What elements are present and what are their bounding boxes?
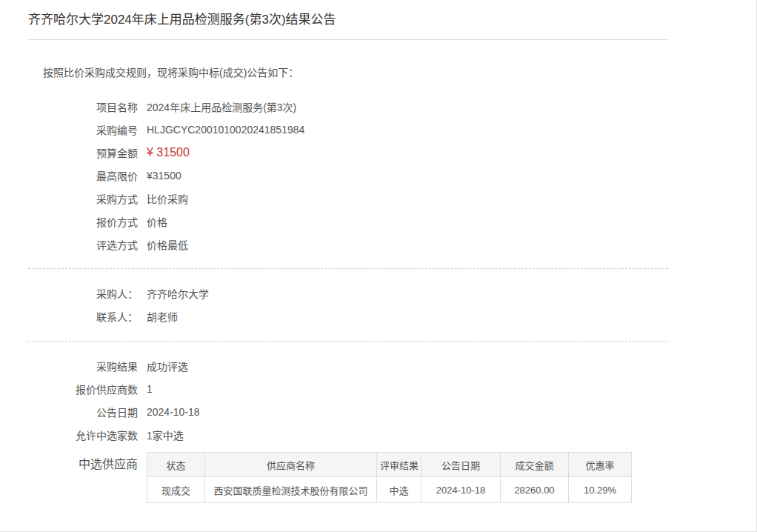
supplier-count-row: 报价供应商数 1 (28, 377, 668, 400)
purchaser-section: 采购人： 齐齐哈尔大学 联系人： 胡老师 (28, 282, 668, 327)
quote-method-row: 报价方式 价格 (28, 210, 668, 233)
announce-date-label: 公告日期 (28, 405, 138, 419)
winner-table-header-row: 状态 供应商名称 评审结果 公告日期 成交金额 优惠率 (147, 453, 632, 477)
contact-person-value: 胡老师 (147, 309, 178, 324)
cell-announce-date: 2024-10-18 (421, 477, 501, 503)
col-review-result: 评审结果 (377, 453, 421, 477)
allowed-winner-count-row: 允许中选家数 1家中选 (28, 423, 668, 446)
purchaser-label: 采购人： (28, 286, 138, 301)
title-divider (28, 39, 668, 40)
intro-text: 按照比价采购成交规则，现将采购中标(成交)公告如下： (28, 65, 668, 80)
evaluation-method-value: 价格最低 (147, 237, 188, 252)
cell-supplier-name: 西安国联质量检测技术股份有限公司 (205, 477, 377, 503)
evaluation-method-label: 评选方式 (28, 237, 138, 252)
announce-date-value: 2024-10-18 (147, 406, 200, 418)
cell-status: 现成交 (147, 477, 205, 503)
result-section: 采购结果 成功评选 报价供应商数 1 公告日期 2024-10-18 允许中选家… (28, 354, 668, 446)
cell-review-result: 中选 (377, 477, 421, 503)
col-status: 状态 (147, 453, 205, 477)
cell-deal-amount: 28260.00 (501, 477, 569, 503)
procurement-result-value: 成功评选 (147, 359, 188, 373)
col-announce-date: 公告日期 (421, 453, 501, 477)
col-discount-rate: 优惠率 (569, 453, 632, 477)
allowed-winner-count-value: 1家中选 (147, 428, 184, 442)
winner-supplier-table: 状态 供应商名称 评审结果 公告日期 成交金额 优惠率 现成交 西安国联质量检测… (147, 452, 632, 503)
procurement-number-label: 采购编号 (28, 122, 138, 137)
budget-amount-value: ¥ 31500 (147, 146, 190, 159)
budget-amount-label: 预算金额 (28, 145, 138, 160)
col-supplier-name: 供应商名称 (205, 453, 377, 477)
max-price-value: ¥31500 (147, 170, 181, 182)
budget-amount-row: 预算金额 ¥ 31500 (28, 141, 668, 164)
max-price-row: 最高限价 ¥31500 (28, 164, 668, 187)
col-deal-amount: 成交金额 (501, 453, 569, 477)
purchaser-value: 齐齐哈尔大学 (147, 286, 209, 301)
winner-table-data-row: 现成交 西安国联质量检测技术股份有限公司 中选 2024-10-18 28260… (147, 477, 632, 503)
section-divider-dashed (28, 341, 668, 342)
procurement-result-row: 采购结果 成功评选 (28, 354, 668, 377)
cell-discount-rate: 10.29% (569, 477, 632, 503)
contact-person-row: 联系人： 胡老师 (28, 305, 668, 327)
project-info-section: 项目名称 2024年床上用品检测服务(第3次) 采购编号 HLJGCYC2001… (28, 95, 668, 256)
quote-method-label: 报价方式 (28, 214, 138, 229)
winner-supplier-section: 中选供应商 状态 供应商名称 评审结果 公告日期 成交金额 (28, 452, 668, 503)
evaluation-method-row: 评选方式 价格最低 (28, 233, 668, 256)
page-title: 齐齐哈尔大学2024年床上用品检测服务(第3次)结果公告 (28, 13, 668, 27)
page-viewport: 齐齐哈尔大学2024年床上用品检测服务(第3次)结果公告 按照比价采购成交规则，… (0, 0, 757, 532)
announcement-content: 齐齐哈尔大学2024年床上用品检测服务(第3次)结果公告 按照比价采购成交规则，… (28, 0, 668, 503)
supplier-count-value: 1 (147, 383, 153, 395)
max-price-label: 最高限价 (28, 168, 138, 183)
procurement-method-label: 采购方式 (28, 191, 138, 206)
purchaser-row: 采购人： 齐齐哈尔大学 (28, 282, 668, 305)
section-divider-dashed (28, 268, 668, 269)
project-name-label: 项目名称 (28, 99, 138, 114)
procurement-method-row: 采购方式 比价采购 (28, 187, 668, 210)
procurement-number-value: HLJGCYC2001010020241851984 (147, 124, 304, 136)
supplier-count-label: 报价供应商数 (28, 382, 138, 396)
winner-supplier-label: 中选供应商 (28, 452, 138, 477)
project-name-row: 项目名称 2024年床上用品检测服务(第3次) (28, 95, 668, 118)
procurement-method-value: 比价采购 (147, 191, 188, 206)
announce-date-row: 公告日期 2024-10-18 (28, 400, 668, 423)
allowed-winner-count-label: 允许中选家数 (28, 428, 138, 442)
procurement-number-row: 采购编号 HLJGCYC2001010020241851984 (28, 118, 668, 141)
procurement-result-label: 采购结果 (28, 359, 138, 373)
project-name-value: 2024年床上用品检测服务(第3次) (147, 99, 296, 114)
contact-person-label: 联系人： (28, 309, 138, 324)
quote-method-value: 价格 (147, 214, 167, 229)
